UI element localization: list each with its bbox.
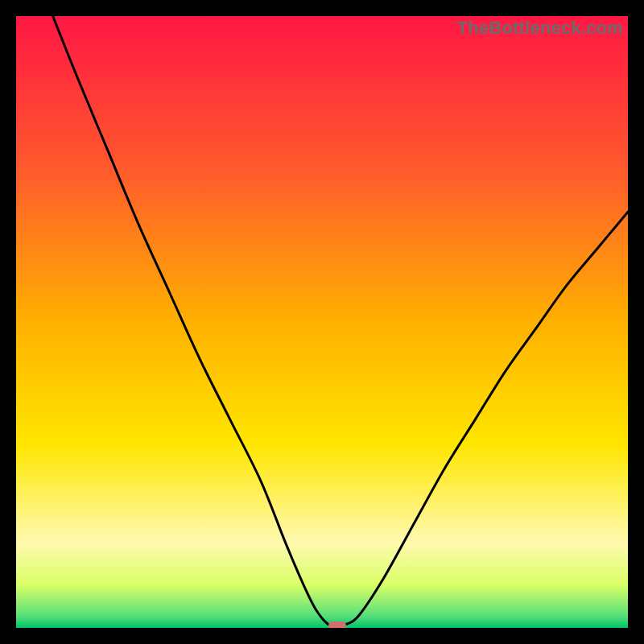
bottleneck-curve: [16, 16, 628, 628]
plot-area: TheBottleneck.com: [16, 16, 628, 628]
chart-frame: TheBottleneck.com: [0, 0, 644, 644]
optimal-point-marker: [328, 621, 346, 628]
